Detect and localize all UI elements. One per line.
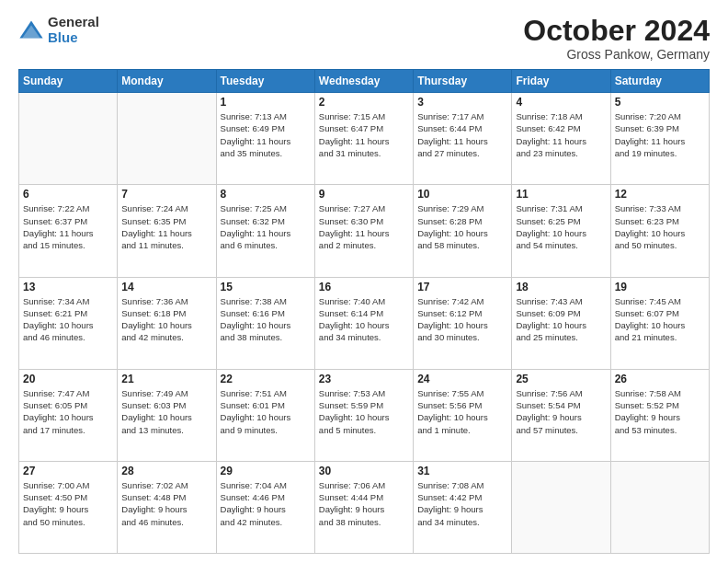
day-info: Sunrise: 7:31 AM Sunset: 6:25 PM Dayligh… (516, 202, 606, 251)
weekday-header-saturday: Saturday (610, 70, 709, 93)
day-number: 28 (121, 465, 211, 477)
day-info: Sunrise: 7:40 AM Sunset: 6:14 PM Dayligh… (319, 295, 409, 344)
day-number: 10 (417, 188, 507, 201)
day-info: Sunrise: 7:38 AM Sunset: 6:16 PM Dayligh… (221, 295, 311, 344)
day-number: 4 (516, 96, 606, 109)
day-info: Sunrise: 7:45 AM Sunset: 6:07 PM Dayligh… (615, 295, 705, 344)
calendar-day: 12Sunrise: 7:33 AM Sunset: 6:23 PM Dayli… (610, 185, 709, 277)
day-number: 8 (221, 188, 311, 201)
calendar-day (610, 461, 709, 553)
day-number: 23 (319, 373, 409, 385)
day-number: 20 (23, 373, 113, 385)
weekday-header-tuesday: Tuesday (216, 70, 314, 93)
day-info: Sunrise: 7:56 AM Sunset: 5:54 PM Dayligh… (516, 387, 606, 436)
day-info: Sunrise: 7:51 AM Sunset: 6:01 PM Dayligh… (221, 387, 311, 436)
calendar-week-3: 20Sunrise: 7:47 AM Sunset: 6:05 PM Dayli… (19, 369, 710, 461)
calendar-day: 23Sunrise: 7:53 AM Sunset: 5:59 PM Dayli… (314, 369, 413, 461)
day-info: Sunrise: 7:49 AM Sunset: 6:03 PM Dayligh… (121, 387, 211, 436)
day-number: 13 (23, 281, 113, 293)
calendar-day: 19Sunrise: 7:45 AM Sunset: 6:07 PM Dayli… (610, 277, 709, 369)
calendar-day: 9Sunrise: 7:27 AM Sunset: 6:30 PM Daylig… (314, 185, 413, 277)
weekday-header-sunday: Sunday (19, 70, 118, 93)
day-info: Sunrise: 7:27 AM Sunset: 6:30 PM Dayligh… (319, 202, 409, 251)
calendar-day: 16Sunrise: 7:40 AM Sunset: 6:14 PM Dayli… (314, 277, 413, 369)
calendar-day: 6Sunrise: 7:22 AM Sunset: 6:37 PM Daylig… (19, 185, 118, 277)
day-info: Sunrise: 7:13 AM Sunset: 6:49 PM Dayligh… (221, 110, 311, 159)
day-info: Sunrise: 7:15 AM Sunset: 6:47 PM Dayligh… (319, 110, 409, 159)
day-number: 12 (615, 188, 705, 201)
day-info: Sunrise: 7:17 AM Sunset: 6:44 PM Dayligh… (417, 110, 507, 159)
day-number: 29 (221, 465, 311, 477)
day-info: Sunrise: 7:42 AM Sunset: 6:12 PM Dayligh… (417, 295, 507, 344)
calendar-day: 15Sunrise: 7:38 AM Sunset: 6:16 PM Dayli… (216, 277, 314, 369)
calendar-day: 28Sunrise: 7:02 AM Sunset: 4:48 PM Dayli… (118, 461, 216, 553)
calendar-day: 4Sunrise: 7:18 AM Sunset: 6:42 PM Daylig… (512, 93, 610, 185)
weekday-header-monday: Monday (118, 70, 216, 93)
weekday-header-thursday: Thursday (414, 70, 512, 93)
weekday-header-friday: Friday (512, 70, 610, 93)
calendar-day: 2Sunrise: 7:15 AM Sunset: 6:47 PM Daylig… (314, 93, 413, 185)
calendar-day: 25Sunrise: 7:56 AM Sunset: 5:54 PM Dayli… (512, 369, 610, 461)
day-info: Sunrise: 7:47 AM Sunset: 6:05 PM Dayligh… (23, 387, 113, 436)
calendar-day: 1Sunrise: 7:13 AM Sunset: 6:49 PM Daylig… (216, 93, 314, 185)
day-info: Sunrise: 7:34 AM Sunset: 6:21 PM Dayligh… (23, 295, 113, 344)
day-number: 27 (23, 465, 113, 477)
calendar-day: 22Sunrise: 7:51 AM Sunset: 6:01 PM Dayli… (216, 369, 314, 461)
calendar-day: 20Sunrise: 7:47 AM Sunset: 6:05 PM Dayli… (19, 369, 118, 461)
day-number: 17 (417, 281, 507, 293)
calendar-day: 27Sunrise: 7:00 AM Sunset: 4:50 PM Dayli… (19, 461, 118, 553)
day-number: 16 (319, 281, 409, 293)
calendar-day: 3Sunrise: 7:17 AM Sunset: 6:44 PM Daylig… (414, 93, 512, 185)
day-info: Sunrise: 7:02 AM Sunset: 4:48 PM Dayligh… (121, 479, 211, 528)
calendar-day: 14Sunrise: 7:36 AM Sunset: 6:18 PM Dayli… (118, 277, 216, 369)
page-header: General Blue October 2024 Gross Pankow, … (18, 15, 710, 62)
calendar-day: 31Sunrise: 7:08 AM Sunset: 4:42 PM Dayli… (414, 461, 512, 553)
day-number: 18 (516, 281, 606, 293)
calendar-week-1: 6Sunrise: 7:22 AM Sunset: 6:37 PM Daylig… (19, 185, 710, 277)
day-info: Sunrise: 7:04 AM Sunset: 4:46 PM Dayligh… (221, 479, 311, 528)
day-info: Sunrise: 7:06 AM Sunset: 4:44 PM Dayligh… (319, 479, 409, 528)
month-title: October 2024 (523, 15, 710, 47)
calendar-week-2: 13Sunrise: 7:34 AM Sunset: 6:21 PM Dayli… (19, 277, 710, 369)
calendar-day: 21Sunrise: 7:49 AM Sunset: 6:03 PM Dayli… (118, 369, 216, 461)
day-number: 2 (319, 96, 409, 109)
day-info: Sunrise: 7:22 AM Sunset: 6:37 PM Dayligh… (23, 202, 113, 251)
day-info: Sunrise: 7:20 AM Sunset: 6:39 PM Dayligh… (615, 110, 705, 159)
logo: General Blue (18, 15, 99, 45)
day-info: Sunrise: 7:36 AM Sunset: 6:18 PM Dayligh… (121, 295, 211, 344)
day-number: 30 (319, 465, 409, 477)
day-number: 21 (121, 373, 211, 385)
day-number: 26 (615, 373, 705, 385)
day-number: 1 (221, 96, 311, 109)
day-number: 15 (221, 281, 311, 293)
logo-blue: Blue (48, 30, 99, 46)
day-number: 25 (516, 373, 606, 385)
day-info: Sunrise: 7:29 AM Sunset: 6:28 PM Dayligh… (417, 202, 507, 251)
location-subtitle: Gross Pankow, Germany (523, 47, 710, 62)
calendar-day: 7Sunrise: 7:24 AM Sunset: 6:35 PM Daylig… (118, 185, 216, 277)
day-number: 11 (516, 188, 606, 201)
day-number: 24 (417, 373, 507, 385)
day-info: Sunrise: 7:00 AM Sunset: 4:50 PM Dayligh… (23, 479, 113, 528)
day-number: 14 (121, 281, 211, 293)
day-info: Sunrise: 7:08 AM Sunset: 4:42 PM Dayligh… (417, 479, 507, 528)
calendar-day: 26Sunrise: 7:58 AM Sunset: 5:52 PM Dayli… (610, 369, 709, 461)
title-block: October 2024 Gross Pankow, Germany (523, 15, 710, 62)
calendar-day: 29Sunrise: 7:04 AM Sunset: 4:46 PM Dayli… (216, 461, 314, 553)
weekday-header-wednesday: Wednesday (314, 70, 413, 93)
calendar-day: 24Sunrise: 7:55 AM Sunset: 5:56 PM Dayli… (414, 369, 512, 461)
day-number: 9 (319, 188, 409, 201)
day-info: Sunrise: 7:43 AM Sunset: 6:09 PM Dayligh… (516, 295, 606, 344)
day-number: 19 (615, 281, 705, 293)
calendar-day: 5Sunrise: 7:20 AM Sunset: 6:39 PM Daylig… (610, 93, 709, 185)
calendar-day: 13Sunrise: 7:34 AM Sunset: 6:21 PM Dayli… (19, 277, 118, 369)
day-number: 22 (221, 373, 311, 385)
calendar-week-0: 1Sunrise: 7:13 AM Sunset: 6:49 PM Daylig… (19, 93, 710, 185)
calendar-day: 17Sunrise: 7:42 AM Sunset: 6:12 PM Dayli… (414, 277, 512, 369)
calendar-day: 11Sunrise: 7:31 AM Sunset: 6:25 PM Dayli… (512, 185, 610, 277)
day-info: Sunrise: 7:24 AM Sunset: 6:35 PM Dayligh… (121, 202, 211, 251)
calendar-day (118, 93, 216, 185)
day-info: Sunrise: 7:55 AM Sunset: 5:56 PM Dayligh… (417, 387, 507, 436)
calendar-day: 18Sunrise: 7:43 AM Sunset: 6:09 PM Dayli… (512, 277, 610, 369)
calendar-day (512, 461, 610, 553)
